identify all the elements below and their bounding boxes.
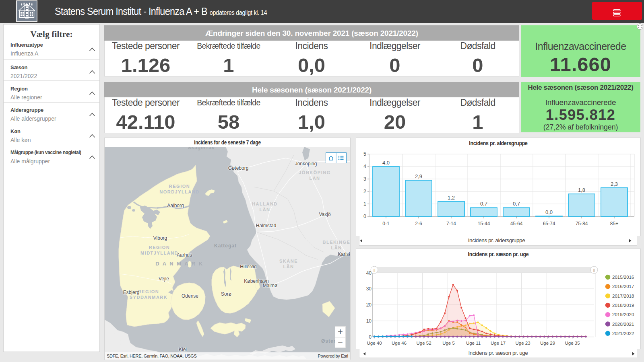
svg-text:2,9: 2,9: [415, 173, 422, 179]
svg-text:65-74: 65-74: [543, 221, 555, 226]
svg-text:3: 3: [363, 176, 366, 182]
svg-text:4,0: 4,0: [382, 160, 390, 166]
svg-text:75-84: 75-84: [576, 221, 588, 226]
svg-text:Uge 23: Uge 23: [515, 341, 530, 346]
svg-text:7-14: 7-14: [446, 221, 456, 226]
svg-text:2021/2022: 2021/2022: [612, 331, 634, 336]
svg-text:Uge 5: Uge 5: [442, 341, 455, 346]
svg-text:5: 5: [363, 151, 366, 157]
svg-text:Esbjerg: Esbjerg: [123, 290, 140, 295]
svg-text:NORDJYLLAND: NORDJYLLAND: [159, 189, 200, 194]
svg-text:Kiel: Kiel: [179, 347, 187, 352]
svg-text:SKÅNE: SKÅNE: [279, 259, 298, 263]
svg-text:LÄN: LÄN: [259, 207, 270, 212]
svg-text:Uge 46: Uge 46: [392, 341, 407, 346]
svg-text:Sorø: Sorø: [221, 291, 232, 297]
svg-text:10: 10: [366, 318, 372, 324]
svg-text:Odense: Odense: [182, 293, 198, 299]
svg-text:Skagerrak: Skagerrak: [188, 147, 215, 150]
svg-text:2,3: 2,3: [611, 181, 618, 187]
svg-text:HALLAND: HALLAND: [252, 202, 278, 206]
svg-text:0: 0: [369, 334, 372, 340]
svg-text:15-44: 15-44: [478, 221, 490, 226]
svg-text:REGION: REGION: [138, 289, 159, 294]
svg-text:85+: 85+: [610, 221, 618, 226]
svg-text:Malmø: Malmø: [263, 283, 278, 288]
svg-text:Vejle: Vejle: [159, 276, 169, 282]
svg-text:Gøteborg: Gøteborg: [228, 165, 249, 171]
svg-text:Karlskr: Karlskr: [338, 251, 350, 257]
svg-text:0,7: 0,7: [480, 201, 487, 207]
svg-text:||: ||: [374, 268, 376, 272]
svg-text:Jönköping: Jönköping: [295, 161, 317, 167]
svg-text:1: 1: [363, 201, 366, 207]
svg-text:2015/2016: 2015/2016: [612, 275, 634, 280]
svg-text:Uge 29: Uge 29: [540, 341, 555, 346]
svg-text:1,8: 1,8: [578, 187, 585, 193]
svg-text:45-64: 45-64: [510, 221, 523, 226]
svg-text:4: 4: [363, 164, 366, 169]
svg-text:30: 30: [366, 286, 372, 292]
svg-text:0: 0: [363, 214, 366, 219]
svg-text:Uge 11: Uge 11: [466, 341, 481, 346]
svg-text:LÄN: LÄN: [283, 264, 294, 269]
svg-text:Hillerød: Hillerød: [240, 264, 256, 269]
svg-text:D A N M A R K: D A N M A R K: [155, 261, 203, 267]
svg-text:BLEKINGE: BLEKINGE: [323, 240, 350, 245]
svg-text:Halmstad: Halmstad: [256, 223, 277, 228]
svg-text:2: 2: [363, 189, 366, 194]
svg-text:Uge 35: Uge 35: [565, 341, 580, 346]
svg-text:JÖNKÖPING: JÖNKÖPING: [299, 170, 331, 175]
svg-text:Vaxjö: Vaxjö: [319, 212, 330, 217]
svg-text:2020/2021: 2020/2021: [612, 322, 634, 327]
svg-text:SYDDANMARK: SYDDANMARK: [130, 295, 167, 300]
svg-text:2-6: 2-6: [415, 221, 422, 226]
svg-text:1,2: 1,2: [448, 195, 455, 201]
svg-text:2019/2020: 2019/2020: [612, 312, 634, 317]
svg-text:REGION: REGION: [169, 184, 190, 189]
svg-text:||: ||: [593, 268, 595, 272]
svg-text:LÄN: LÄN: [331, 245, 342, 250]
svg-text:0,0: 0,0: [545, 209, 553, 215]
svg-text:20: 20: [366, 302, 372, 308]
svg-text:MIDTJYLLAND: MIDTJYLLAND: [140, 251, 178, 255]
svg-text:2018/2019: 2018/2019: [612, 303, 634, 308]
svg-text:0,7: 0,7: [513, 201, 520, 207]
svg-text:0-1: 0-1: [382, 221, 390, 226]
svg-text:Viborg: Viborg: [153, 235, 167, 241]
svg-text:Uge 17: Uge 17: [491, 341, 506, 346]
svg-text:REGION: REGION: [149, 245, 170, 250]
svg-text:2017/2018: 2017/2018: [612, 294, 634, 298]
svg-text:Aarhus: Aarhus: [177, 252, 192, 258]
svg-text:Aalborg: Aalborg: [167, 203, 184, 208]
svg-text:2016/2017: 2016/2017: [612, 284, 634, 289]
svg-text:Kattegat: Kattegat: [214, 243, 237, 249]
svg-text:LÄN: LÄN: [309, 176, 320, 181]
svg-text:Uge 40: Uge 40: [367, 341, 382, 346]
svg-text:Uge 52: Uge 52: [416, 341, 431, 346]
